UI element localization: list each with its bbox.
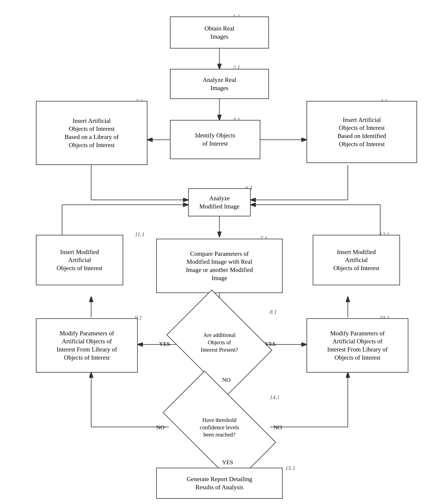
analyze-real-images-label: Analyze Real Images — [203, 76, 236, 92]
additional-objects-diamond: Are additional Objects of Interest Prese… — [177, 310, 262, 375]
yes-bottom-label: YES — [222, 459, 233, 466]
insert-modified-right-label: Insert Modified Artificial Objects of In… — [333, 248, 379, 272]
obtain-real-images-box: Obtain Real Images — [170, 16, 269, 49]
no-left-label: NO — [156, 424, 165, 431]
step-11-1-label: 11.1 — [135, 231, 145, 237]
analyze-modified-label: Analyze Modified Image — [199, 194, 239, 210]
flowchart: 1.1 Obtain Real Images 2.1 Analyze Real … — [0, 0, 439, 504]
insert-artificial-identified-label: Insert Artificial Objects of Interest Ba… — [338, 116, 386, 148]
no-right-label: NO — [274, 424, 282, 431]
threshold-confidence-label: Have threshold confidence levels been re… — [198, 415, 241, 440]
threshold-confidence-diamond: Have threshold confidence levels been re… — [169, 398, 270, 457]
generate-report-box: Generate Report Detailing Results of Ana… — [156, 468, 283, 499]
modify-params-left-box: Modify Parameters of Artificial Objects … — [36, 318, 138, 373]
insert-modified-left-label: Insert Modified Artificial Objects of In… — [57, 248, 102, 272]
insert-artificial-library-label: Insert Artificial Objects of Interest Ba… — [65, 117, 119, 149]
yes-right-label: YES — [265, 341, 276, 347]
identify-objects-label: Identify Objects of Interest — [195, 131, 235, 148]
modify-params-right-box: Modify Parameters of Artificial Objects … — [306, 318, 408, 373]
generate-report-label: Generate Report Detailing Results of Ana… — [187, 475, 252, 491]
insert-artificial-library-box: Insert Artificial Objects of Interest Ba… — [36, 101, 147, 165]
modify-params-left-label: Modify Parameters of Artificial Objects … — [57, 329, 117, 362]
insert-artificial-identified-box: Insert Artificial Objects of Interest Ba… — [306, 101, 417, 163]
compare-parameters-label: Compare Parameters of Modified Image wit… — [186, 250, 253, 282]
identify-objects-box: Identify Objects of Interest — [170, 120, 260, 159]
no-down-label: NO — [222, 377, 231, 383]
insert-modified-right-box: Insert Modified Artificial Objects of In… — [313, 235, 400, 285]
compare-parameters-box: Compare Parameters of Modified Image wit… — [156, 239, 283, 293]
analyze-real-images-box: Analyze Real Images — [170, 69, 269, 99]
yes-left-label: YES — [159, 341, 170, 347]
analyze-modified-box: Analyze Modified Image — [188, 188, 251, 216]
step-14-1-label: 14.1 — [270, 394, 280, 401]
modify-params-right-label: Modify Parameters of Artificial Objects … — [327, 329, 388, 362]
obtain-real-images-label: Obtain Real Images — [205, 25, 234, 41]
additional-objects-label: Are additional Objects of Interest Prese… — [199, 330, 240, 355]
insert-modified-left-box: Insert Modified Artificial Objects of In… — [36, 235, 123, 285]
step-8-1-label: 8.1 — [270, 308, 277, 315]
step-15-1-label: 15.1 — [285, 465, 295, 471]
